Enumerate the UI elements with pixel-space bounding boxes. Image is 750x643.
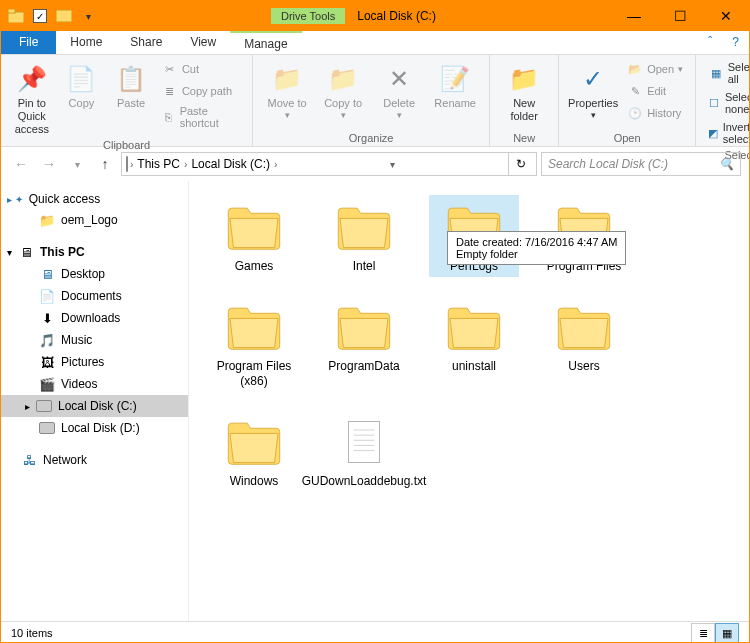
properties-icon: ✓ <box>577 63 609 95</box>
tab-share[interactable]: Share <box>116 31 176 54</box>
window-title: Local Disk (C:) <box>357 9 436 23</box>
item-windows[interactable]: Windows <box>209 410 299 492</box>
forward-button[interactable]: → <box>37 152 61 176</box>
nav-quick-access[interactable]: ▸ ✦Quick access <box>1 189 188 209</box>
pin-icon: 📌 <box>16 63 48 95</box>
search-icon[interactable]: 🔍 <box>719 157 734 171</box>
invert-icon: ◩ <box>708 125 719 141</box>
pc-icon: 🖥 <box>18 244 34 260</box>
copy-path-button[interactable]: ≣Copy path <box>158 81 244 101</box>
ribbon: 📌Pin to Quick access 📄Copy 📋Paste ✂Cut ≣… <box>1 55 749 147</box>
rename-button[interactable]: 📝Rename <box>429 59 481 110</box>
nav-network[interactable]: 🖧Network <box>1 449 188 471</box>
item-intel[interactable]: Intel <box>319 195 409 277</box>
history-button[interactable]: 🕑History <box>623 103 687 123</box>
nav-documents[interactable]: 📄Documents <box>1 285 188 307</box>
item-games[interactable]: Games <box>209 195 299 277</box>
qat-checkbox[interactable]: ✓ <box>29 5 51 27</box>
item-gudownloaddebug-txt[interactable]: GUDownLoaddebug.txt <box>319 410 409 492</box>
chevron-right-icon[interactable]: › <box>184 159 187 170</box>
nav-videos[interactable]: 🎬Videos <box>1 373 188 395</box>
paste-button[interactable]: 📋Paste <box>108 59 154 110</box>
paste-shortcut-button[interactable]: ⎘Paste shortcut <box>158 103 244 131</box>
item-users[interactable]: Users <box>539 295 629 392</box>
tab-view[interactable]: View <box>176 31 230 54</box>
network-icon: 🖧 <box>21 452 37 468</box>
minimize-button[interactable]: — <box>611 1 657 31</box>
breadcrumb-thispc[interactable]: This PC <box>135 157 182 171</box>
address-dropdown[interactable]: ▾ <box>381 153 405 175</box>
item-programdata[interactable]: ProgramData <box>319 295 409 392</box>
properties-button[interactable]: ✓Properties▾ <box>567 59 619 121</box>
delete-button[interactable]: ✕Delete▾ <box>373 59 425 121</box>
paste-icon: 📋 <box>115 63 147 95</box>
close-button[interactable]: ✕ <box>703 1 749 31</box>
selectnone-icon: ☐ <box>708 95 721 111</box>
cut-button[interactable]: ✂Cut <box>158 59 244 79</box>
tooltip: Date created: 7/16/2016 4:47 AM Empty fo… <box>447 231 626 265</box>
group-open-label: Open <box>567 130 687 144</box>
qat-dropdown[interactable]: ▾ <box>77 5 99 27</box>
search-placeholder: Search Local Disk (C:) <box>548 157 668 171</box>
nav-oem-logo[interactable]: 📁oem_Logo <box>1 209 188 231</box>
breadcrumb[interactable]: › This PC › Local Disk (C:) › ▾ ↻ <box>121 152 537 176</box>
folder-icon <box>552 299 616 355</box>
address-bar: ← → ▾ ↑ › This PC › Local Disk (C:) › ▾ … <box>1 147 749 181</box>
maximize-button[interactable]: ☐ <box>657 1 703 31</box>
copy-to-button[interactable]: 📁Copy to▾ <box>317 59 369 121</box>
new-folder-button[interactable]: 📁New folder <box>498 59 550 123</box>
invert-selection-button[interactable]: ◩Invert selection <box>704 119 750 147</box>
search-input[interactable]: Search Local Disk (C:) 🔍 <box>541 152 741 176</box>
select-all-button[interactable]: ▦Select all <box>704 59 750 87</box>
refresh-button[interactable]: ↻ <box>508 153 532 175</box>
item-uninstall[interactable]: uninstall <box>429 295 519 392</box>
open-icon: 📂 <box>627 61 643 77</box>
select-none-button[interactable]: ☐Select none <box>704 89 750 117</box>
nav-this-pc[interactable]: ▾🖥This PC <box>1 241 188 263</box>
drive-icon <box>36 398 52 414</box>
pictures-icon: 🖼 <box>39 354 55 370</box>
item-program-files-x86-[interactable]: Program Files (x86) <box>209 295 299 392</box>
nav-desktop[interactable]: 🖥Desktop <box>1 263 188 285</box>
group-organize-label: Organize <box>261 130 481 144</box>
recent-dropdown[interactable]: ▾ <box>65 152 89 176</box>
back-button[interactable]: ← <box>9 152 33 176</box>
file-icon <box>332 414 396 470</box>
downloads-icon: ⬇ <box>39 310 55 326</box>
tab-home[interactable]: Home <box>56 31 116 54</box>
copy-button[interactable]: 📄Copy <box>59 59 105 110</box>
tab-manage[interactable]: Manage <box>230 31 301 54</box>
tab-file[interactable]: File <box>1 31 56 54</box>
tooltip-line1: Date created: 7/16/2016 4:47 AM <box>456 236 617 248</box>
drive-icon <box>39 420 55 436</box>
chevron-right-icon[interactable]: › <box>130 159 133 170</box>
nav-pictures[interactable]: 🖼Pictures <box>1 351 188 373</box>
pin-button[interactable]: 📌Pin to Quick access <box>9 59 55 137</box>
drive-tools-tab[interactable]: Drive Tools <box>271 8 345 24</box>
content-area[interactable]: GamesIntelPerfLogsProgram FilesProgram F… <box>189 181 749 621</box>
copy-icon: 📄 <box>65 63 97 95</box>
svg-rect-0 <box>8 12 24 23</box>
chevron-right-icon[interactable]: › <box>274 159 277 170</box>
qat-folder-icon[interactable] <box>53 5 75 27</box>
explorer-icon[interactable] <box>5 5 27 27</box>
ribbon-tabs: File Home Share View Manage ˆ ? <box>1 31 749 55</box>
cut-icon: ✂ <box>162 61 178 77</box>
nav-downloads[interactable]: ⬇Downloads <box>1 307 188 329</box>
up-button[interactable]: ↑ <box>93 152 117 176</box>
item-label: uninstall <box>452 359 496 373</box>
help-button[interactable]: ? <box>722 31 749 54</box>
nav-local-disk-d[interactable]: Local Disk (D:) <box>1 417 188 439</box>
breadcrumb-localdisk[interactable]: Local Disk (C:) <box>189 157 272 171</box>
desktop-icon: 🖥 <box>39 266 55 282</box>
item-label: Games <box>235 259 274 273</box>
rename-icon: 📝 <box>439 63 471 95</box>
edit-button[interactable]: ✎Edit <box>623 81 687 101</box>
open-button[interactable]: 📂Open▾ <box>623 59 687 79</box>
nav-music[interactable]: 🎵Music <box>1 329 188 351</box>
view-details-button[interactable]: ≣ <box>691 623 715 643</box>
move-to-button[interactable]: 📁Move to▾ <box>261 59 313 121</box>
nav-local-disk-c[interactable]: ▸Local Disk (C:) <box>1 395 188 417</box>
collapse-ribbon[interactable]: ˆ <box>698 31 722 54</box>
view-icons-button[interactable]: ▦ <box>715 623 739 643</box>
